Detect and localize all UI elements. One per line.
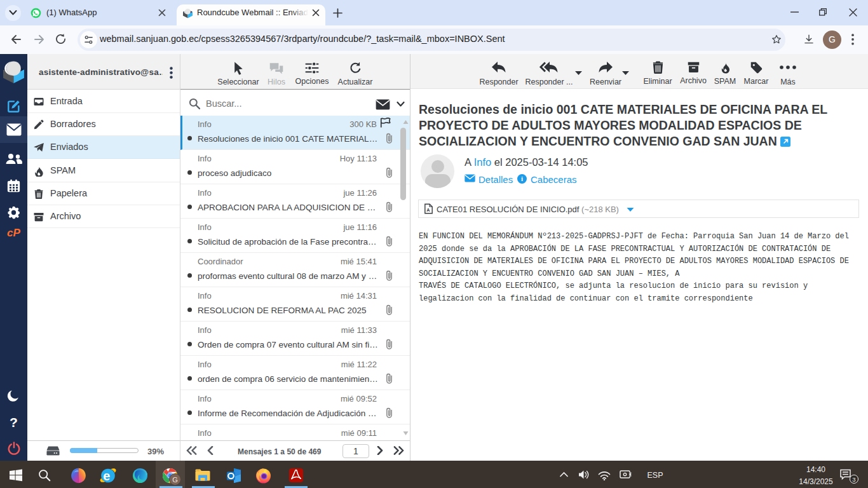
svg-text:A: A [426,207,430,213]
svg-text:e: e [103,469,110,483]
